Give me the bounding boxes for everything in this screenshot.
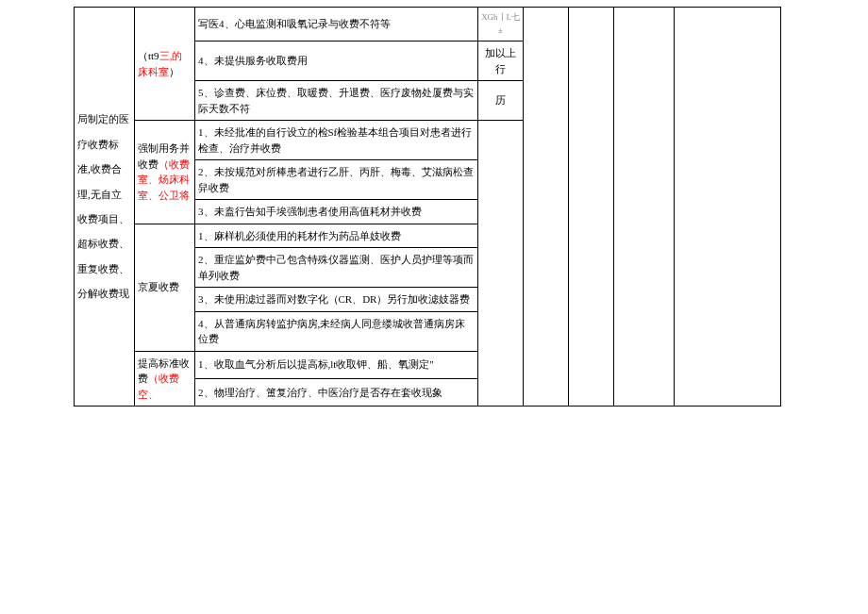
item-cell: 1、未经批准的自行设立的检Sf检验基本组合项目对患者进行检查、治疗并收费 — [195, 121, 478, 160]
item-cell: 4、从普通病房转监护病房,未经病人同意缕城收普通病房床位费 — [195, 311, 478, 351]
empty-cell — [478, 121, 524, 407]
item-cell: 2、未按规范对所棒患者进行乙肝、丙肝、梅毒、艾滋病松查舁收费 — [195, 160, 478, 200]
note-cell: 历 — [478, 81, 524, 121]
subcategory-cell-4: 提高标准收费（收费空、 — [135, 351, 195, 407]
subcategory-cell-3: 京夏收费 — [135, 224, 195, 351]
text-plain: ） — [169, 66, 179, 77]
item-cell: 3、未盍行告知手埃强制患者使用高值耗材并收费 — [195, 200, 478, 224]
empty-cell — [569, 8, 614, 407]
text-plain: （tt9 — [138, 50, 159, 61]
item-cell: 5、诊查费、床位费、取暖费、升退费、医疗废物处厦费与实际天数不符 — [195, 81, 478, 121]
document-table: 局制定的医疗收费标准,收费合理,无自立收费项目、超标收费、重复收费、分解收费现 … — [74, 7, 781, 407]
item-cell: 3、未使用滤过器而对数字化（CR、DR）另行加收滤妓器费 — [195, 288, 478, 312]
item-cell: 2、物理治疗、簠复治疗、中医治疗是否存在套收现象 — [195, 378, 478, 406]
empty-cell — [614, 8, 675, 407]
empty-cell — [524, 8, 569, 407]
item-cell: 1、麻样机必须使用的耗材作为药品单妓收费 — [195, 224, 478, 248]
category-cell: 局制定的医疗收费标准,收费合理,无自立收费项目、超标收费、重复收费、分解收费现 — [75, 8, 135, 407]
empty-cell — [675, 8, 781, 407]
note-tiny: XGh丨I.七± — [478, 8, 524, 41]
item-cell: 1、收取血气分析后以提高标,lt收取钾、船、氧测定" — [195, 351, 478, 378]
subcategory-cell-2: 强制用务并收费（收费室、炀床科室、公卫将 — [135, 121, 195, 224]
item-cell: 4、未提供服务收取费用 — [195, 41, 478, 81]
item-cell: 2、重症监妒费中己包含特殊仪器监测、医护人员护理等项而单列收费 — [195, 248, 478, 288]
item-cell: 写医4、心电监测和吸氧记录与收费不符等 — [195, 8, 478, 41]
subcategory-cell-1: （tt9三,的床科室） — [135, 8, 195, 121]
note-cell: 加以上行 — [478, 41, 524, 81]
